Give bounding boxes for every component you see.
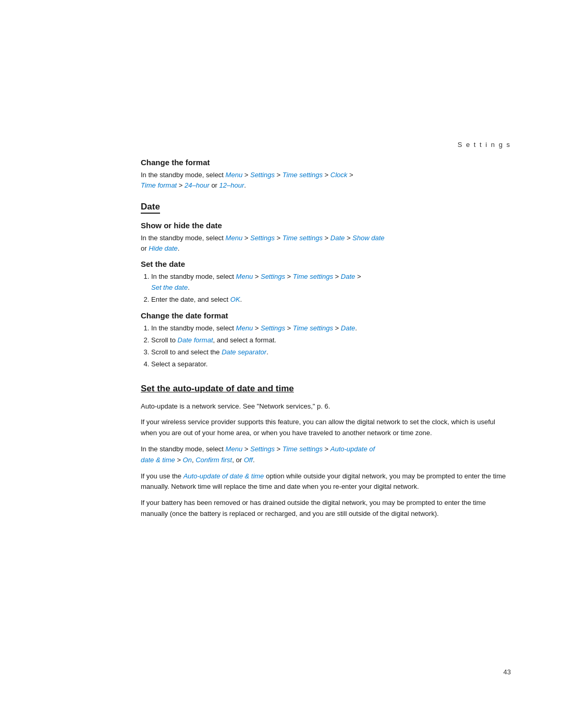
time-settings-link4[interactable]: Time settings <box>293 324 333 332</box>
auto-update-option-link[interactable]: Auto-update of date & time <box>183 472 264 480</box>
hide-date-link[interactable]: Hide date <box>149 244 178 252</box>
change-date-format-step-2: Scroll to Date format, and select a form… <box>151 335 511 346</box>
page-container: S e t t i n g s Change the format In the… <box>0 0 563 728</box>
time-settings-link3[interactable]: Time settings <box>293 273 333 280</box>
change-format-or: or <box>210 181 219 189</box>
on-link[interactable]: On <box>183 456 192 464</box>
menu-link2[interactable]: Menu <box>226 234 243 242</box>
change-date-format-step-4: Select a separator. <box>151 359 511 370</box>
settings-link3[interactable]: Settings <box>261 273 285 280</box>
sep1: > <box>242 171 250 179</box>
set-date-step-1: In the standby mode, select Menu > Setti… <box>151 272 511 293</box>
sep4: > <box>347 171 353 179</box>
ok-link[interactable]: OK <box>230 295 240 303</box>
auto-update-para5: If your battery has been removed or has … <box>141 498 511 520</box>
show-hide-date-section: Show or hide the date In the standby mod… <box>141 221 511 253</box>
settings-link5[interactable]: Settings <box>250 445 275 453</box>
set-date-step1-prefix: In the standby mode, select <box>151 273 236 280</box>
12-hour-link[interactable]: 12–hour <box>219 181 244 189</box>
show-hide-date-body: In the standby mode, select Menu > Setti… <box>141 233 511 253</box>
show-date-link[interactable]: Show date <box>352 234 384 242</box>
sep3: > <box>323 171 331 179</box>
set-date-heading: Set the date <box>141 260 511 268</box>
menu-link5[interactable]: Menu <box>226 445 243 453</box>
change-format-body: In the standby mode, select Menu > Setti… <box>141 170 511 190</box>
menu-link3[interactable]: Menu <box>236 273 253 280</box>
date-separator-link[interactable]: Date separator <box>222 348 266 356</box>
menu-link4[interactable]: Menu <box>236 324 253 332</box>
change-format-end: . <box>244 181 246 189</box>
confirm-first-link[interactable]: Confirm first <box>195 456 232 464</box>
auto-update-para3-prefix: In the standby mode, select <box>141 445 226 453</box>
change-format-section: Change the format In the standby mode, s… <box>141 158 511 190</box>
date-link3[interactable]: Date <box>341 324 355 332</box>
change-date-format-heading: Change the date format <box>141 311 511 320</box>
24-hour-link[interactable]: 24–hour <box>185 181 210 189</box>
auto-update-para4: If you use the Auto-update of date & tim… <box>141 471 511 493</box>
set-date-step-2: Enter the date, and select OK. <box>151 294 511 305</box>
auto-update-para1: Auto-update is a network service. See "N… <box>141 401 511 412</box>
time-settings-link5[interactable]: Time settings <box>283 445 323 453</box>
settings-link4[interactable]: Settings <box>261 324 285 332</box>
change-format-prefix: In the standby mode, select <box>141 171 226 179</box>
date-link1[interactable]: Date <box>331 234 345 242</box>
change-format-heading: Change the format <box>141 158 511 167</box>
set-date-list: In the standby mode, select Menu > Setti… <box>151 272 511 305</box>
date-link2[interactable]: Date <box>341 273 355 280</box>
change-date-format-step-1: In the standby mode, select Menu > Setti… <box>151 323 511 334</box>
page-number: 43 <box>504 668 511 676</box>
auto-update-heading: Set the auto-update of date and time <box>141 384 294 394</box>
clock-link[interactable]: Clock <box>331 171 348 179</box>
time-settings-link1[interactable]: Time settings <box>283 171 323 179</box>
date-major-heading-wrapper: Date <box>141 194 511 221</box>
settings-link2[interactable]: Settings <box>250 234 275 242</box>
date-major-heading: Date <box>141 202 160 214</box>
auto-update-para4-prefix: If you use the <box>141 472 183 480</box>
off-link[interactable]: Off <box>244 456 253 464</box>
date-format-link[interactable]: Date format <box>178 336 213 344</box>
change-date-format-step-3: Scroll to and select the Date separator. <box>151 347 511 358</box>
time-settings-link2[interactable]: Time settings <box>283 234 323 242</box>
settings-link1[interactable]: Settings <box>250 171 275 179</box>
change-format-nav-link[interactable]: Menu <box>226 171 243 179</box>
sep2: > <box>275 171 283 179</box>
auto-update-para3: In the standby mode, select Menu > Setti… <box>141 444 511 466</box>
show-hide-prefix: In the standby mode, select <box>141 234 226 242</box>
change-date-format-section: Change the date format In the standby mo… <box>141 311 511 369</box>
set-the-date-link[interactable]: Set the date <box>151 283 188 291</box>
settings-label: S e t t i n g s <box>458 141 511 149</box>
auto-update-section: Set the auto-update of date and time Aut… <box>141 376 511 520</box>
show-hide-or: or <box>141 244 149 252</box>
show-hide-date-heading: Show or hide the date <box>141 221 511 230</box>
set-date-section: Set the date In the standby mode, select… <box>141 260 511 305</box>
set-date-step2-prefix: Enter the date, and select <box>151 295 230 303</box>
change-date-format-list: In the standby mode, select Menu > Setti… <box>151 323 511 369</box>
content-area: S e t t i n g s Change the format In the… <box>141 141 511 525</box>
sep5: > <box>177 181 185 189</box>
time-format-link[interactable]: Time format <box>141 181 177 189</box>
settings-header: S e t t i n g s <box>141 141 511 149</box>
auto-update-para2: If your wireless service provider suppor… <box>141 417 511 439</box>
